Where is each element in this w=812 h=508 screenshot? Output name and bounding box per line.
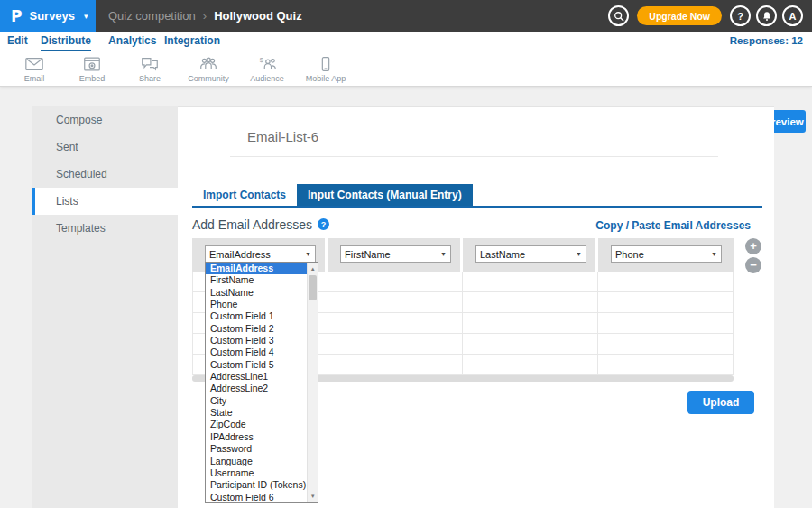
tab-input-contacts-manual-entry[interactable]: Input Contacts (Manual Entry) bbox=[297, 184, 473, 206]
toolbar-item-label: Audience bbox=[250, 74, 284, 83]
surveys-menu-label: Surveys bbox=[29, 9, 75, 23]
toolbar-item-label: Community bbox=[188, 74, 229, 83]
distribute-toolbar: Email Embed Share Community $ Audience M… bbox=[0, 52, 812, 87]
column-select-value: LastName bbox=[476, 249, 576, 260]
toolbar-item-audience[interactable]: $ Audience bbox=[238, 56, 296, 83]
column-select-firstname[interactable]: FirstName ▼ bbox=[340, 245, 451, 263]
dropdown-option[interactable]: Participant ID (Tokens) bbox=[206, 479, 307, 491]
contact-cell[interactable] bbox=[328, 355, 464, 374]
field-dropdown-open: EmailAddressFirstNameLastNamePhoneCustom… bbox=[205, 262, 318, 503]
contact-cell[interactable] bbox=[328, 292, 464, 312]
dropdown-option[interactable]: State bbox=[206, 407, 307, 419]
field-dropdown-options: EmailAddressFirstNameLastNamePhoneCustom… bbox=[206, 263, 307, 502]
dropdown-option[interactable]: Custom Field 2 bbox=[206, 323, 307, 335]
toolbar-item-share[interactable]: Share bbox=[121, 56, 179, 83]
dropdown-option[interactable]: AddressLine1 bbox=[206, 371, 307, 383]
nav-integration[interactable]: Integration bbox=[164, 32, 220, 51]
add-row-button[interactable]: + bbox=[745, 238, 761, 254]
sidebar-item-templates[interactable]: Templates bbox=[32, 215, 178, 242]
add-email-addresses-heading: Add Email Addresses bbox=[192, 217, 312, 232]
dropdown-option[interactable]: Phone bbox=[206, 299, 307, 310]
avatar[interactable]: A bbox=[782, 5, 803, 26]
toolbar-item-embed[interactable]: Embed bbox=[63, 56, 121, 83]
tab-import-contacts[interactable]: Import Contacts bbox=[192, 184, 297, 206]
search-button[interactable] bbox=[608, 5, 629, 26]
remove-row-button[interactable]: − bbox=[745, 257, 761, 273]
dropdown-option[interactable]: Custom Field 4 bbox=[206, 346, 307, 358]
survey-nav: Edit Distribute Analytics Integration Re… bbox=[0, 32, 812, 52]
community-icon bbox=[198, 56, 218, 72]
row-stepper: + − bbox=[745, 238, 761, 273]
contact-cell[interactable] bbox=[328, 313, 464, 333]
toolbar-item-mobile-app[interactable]: Mobile App bbox=[297, 56, 355, 83]
contact-cell[interactable] bbox=[463, 292, 598, 312]
search-icon bbox=[614, 11, 624, 22]
embed-icon bbox=[82, 56, 102, 72]
toolbar-item-label: Email bbox=[24, 74, 45, 83]
column-select-lastname[interactable]: LastName ▼ bbox=[475, 245, 586, 263]
svg-text:$: $ bbox=[260, 56, 263, 64]
copy-paste-email-addresses-link[interactable]: Copy / Paste Email Addresses bbox=[595, 219, 751, 232]
contact-cell[interactable] bbox=[328, 334, 464, 354]
contact-cell[interactable] bbox=[463, 272, 598, 291]
dropdown-option[interactable]: Language bbox=[206, 456, 307, 467]
contact-cell[interactable] bbox=[598, 355, 734, 374]
column-select-value: Phone bbox=[612, 249, 711, 260]
questionpro-logo-icon: P bbox=[11, 7, 22, 25]
sidebar-item-lists[interactable]: Lists bbox=[32, 188, 178, 215]
column-select-phone[interactable]: Phone ▼ bbox=[611, 245, 722, 263]
sidebar-item-scheduled[interactable]: Scheduled bbox=[32, 161, 178, 188]
dropdown-option[interactable]: City bbox=[206, 395, 307, 407]
dropdown-option[interactable]: AddressLine2 bbox=[206, 383, 307, 394]
notifications-button[interactable] bbox=[756, 5, 777, 26]
dropdown-option[interactable]: FirstName bbox=[206, 274, 307, 286]
nav-edit[interactable]: Edit bbox=[7, 32, 28, 51]
toolbar-item-label: Share bbox=[139, 74, 161, 83]
bell-icon bbox=[761, 11, 772, 22]
breadcrumb: Quiz competition › Hollywood Quiz bbox=[108, 0, 302, 32]
mobile-app-icon bbox=[316, 56, 336, 72]
upload-button[interactable]: Upload bbox=[687, 391, 754, 414]
column-header-lastname: LastName ▼ bbox=[463, 238, 598, 272]
scroll-up-icon[interactable]: ▲ bbox=[308, 263, 318, 274]
toolbar-item-community[interactable]: Community bbox=[180, 56, 237, 83]
dropdown-option[interactable]: LastName bbox=[206, 287, 307, 299]
breadcrumb-parent[interactable]: Quiz competition bbox=[108, 9, 196, 23]
dropdown-scrollbar[interactable]: ▲ ▼ bbox=[307, 263, 318, 502]
contact-cell[interactable] bbox=[598, 272, 734, 291]
dropdown-option[interactable]: ZipCode bbox=[206, 419, 307, 430]
nav-distribute[interactable]: Distribute bbox=[41, 32, 91, 51]
contact-cell[interactable] bbox=[463, 355, 598, 374]
help-tooltip-icon[interactable]: ? bbox=[318, 218, 329, 230]
nav-analytics[interactable]: Analytics bbox=[108, 32, 156, 51]
toolbar-item-label: Embed bbox=[79, 74, 106, 83]
sidebar-item-sent[interactable]: Sent bbox=[32, 134, 178, 161]
contact-cell[interactable] bbox=[463, 334, 598, 354]
dropdown-option[interactable]: Custom Field 1 bbox=[206, 310, 307, 322]
contact-cell[interactable] bbox=[463, 313, 598, 333]
contact-cell[interactable] bbox=[598, 313, 734, 333]
dropdown-option[interactable]: Custom Field 5 bbox=[206, 359, 307, 371]
sidebar-item-compose[interactable]: Compose bbox=[32, 106, 178, 134]
responses-count[interactable]: Responses: 12 bbox=[730, 35, 803, 46]
contact-cell[interactable] bbox=[328, 272, 464, 291]
column-header-phone: Phone ▼ bbox=[598, 238, 734, 272]
column-select-emailaddress[interactable]: EmailAddress ▼ bbox=[205, 245, 316, 263]
lists-panel: Email-List-6 Import Contacts Input Conta… bbox=[178, 106, 774, 508]
toolbar-item-email[interactable]: Email bbox=[5, 56, 63, 83]
contact-cell[interactable] bbox=[598, 292, 734, 312]
dropdown-scrollbar-thumb[interactable] bbox=[309, 275, 317, 300]
share-icon bbox=[140, 56, 160, 72]
dropdown-option[interactable]: Password bbox=[206, 443, 307, 455]
app-window: P Surveys ▾ Quiz competition › Hollywood… bbox=[0, 0, 812, 508]
dropdown-option[interactable]: EmailAddress bbox=[206, 263, 307, 274]
surveys-menu[interactable]: P Surveys ▾ bbox=[0, 0, 96, 32]
dropdown-option[interactable]: IPAddress bbox=[206, 431, 307, 443]
dropdown-option[interactable]: Username bbox=[206, 467, 307, 479]
scroll-down-icon[interactable]: ▼ bbox=[308, 490, 318, 502]
help-button[interactable]: ? bbox=[730, 5, 751, 26]
contact-cell[interactable] bbox=[598, 334, 734, 354]
dropdown-option[interactable]: Custom Field 6 bbox=[206, 492, 307, 503]
dropdown-option[interactable]: Custom Field 3 bbox=[206, 335, 307, 346]
upgrade-now-button[interactable]: Upgrade Now bbox=[637, 6, 722, 25]
